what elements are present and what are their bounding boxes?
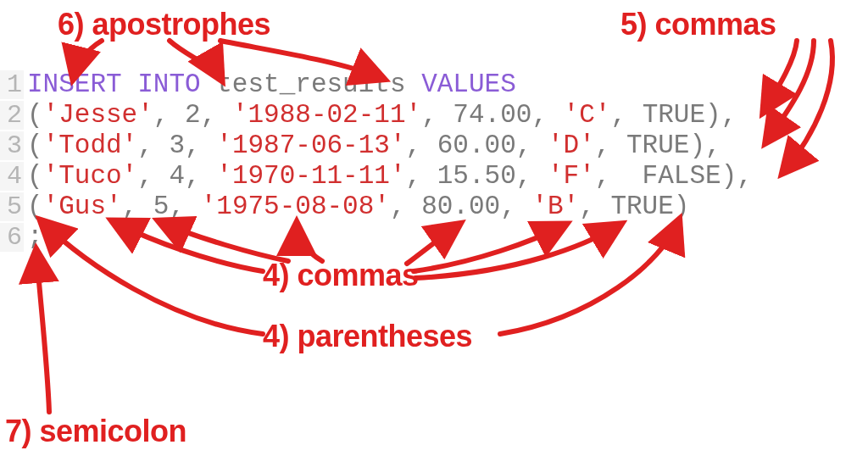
line-number: 1: [0, 70, 24, 99]
keyword-insert: INSERT: [27, 70, 122, 99]
string-grade: 'B': [531, 192, 579, 221]
number: 2: [185, 100, 201, 130]
number: 4: [169, 161, 185, 191]
string-date: '1970-11-11': [216, 161, 405, 191]
number: 60.00: [437, 131, 516, 160]
trailing-comma: ,: [705, 131, 721, 160]
line-number: 6: [0, 223, 24, 252]
code-block: 1 INSERT INTO test_results VALUES 2 ( 'J…: [0, 70, 868, 253]
open-paren: (: [27, 161, 43, 191]
line-number: 5: [0, 192, 24, 221]
identifier: test_results: [216, 70, 405, 99]
keyword-values: VALUES: [421, 70, 516, 99]
trailing-comma: ,: [737, 161, 753, 191]
line-number: 4: [0, 162, 24, 191]
string-date: '1975-08-08': [201, 192, 390, 221]
line-number: 3: [0, 131, 24, 160]
string-name: 'Todd': [43, 131, 138, 160]
trailing-comma: ,: [721, 100, 737, 130]
code-line-3: 3 ( 'Todd' , 3 , '1987-06-13' , 60.00 , …: [0, 131, 868, 161]
code-line-2: 2 ( 'Jesse' , 2 , '1988-02-11' , 74.00 ,…: [0, 100, 868, 131]
line-number: 2: [0, 101, 24, 130]
number: 5: [153, 192, 170, 221]
annotation-apostrophes: 6) apostrophes: [58, 7, 270, 42]
bool: TRUE: [626, 131, 689, 160]
number: 3: [169, 131, 185, 160]
code-line-6: 6 ;: [0, 222, 868, 253]
close-paren: ): [689, 131, 705, 160]
keyword-into: INTO: [137, 70, 200, 99]
annotation-semicolon: 7) semicolon: [5, 414, 186, 449]
string-name: 'Tuco': [43, 161, 138, 191]
string-grade: 'F': [548, 161, 595, 191]
close-paren: ): [674, 192, 690, 221]
code-line-1: 1 INSERT INTO test_results VALUES: [0, 70, 868, 100]
open-paren: (: [27, 131, 43, 160]
bool: TRUE: [643, 100, 705, 130]
number: 74.00: [453, 100, 531, 130]
string-name: 'Gus': [43, 192, 122, 221]
annotation-parentheses: 4) parentheses: [263, 319, 472, 354]
number: 80.00: [421, 192, 500, 221]
bool: FALSE: [643, 161, 721, 191]
number: 15.50: [437, 161, 516, 191]
bool: TRUE: [610, 192, 673, 221]
string-grade: 'C': [564, 100, 611, 130]
string-grade: 'D': [548, 131, 595, 160]
code-line-4: 4 ( 'Tuco' , 4 , '1970-11-11' , 15.50 , …: [0, 161, 868, 192]
annotation-commas-mid: 4) commas: [263, 258, 419, 293]
close-paren: ): [721, 161, 737, 191]
string-date: '1987-06-13': [216, 131, 405, 160]
open-paren: (: [27, 100, 43, 130]
code-line-5: 5 ( 'Gus' , 5 , '1975-08-08' , 80.00 , '…: [0, 192, 868, 222]
string-date: '1988-02-11': [232, 100, 421, 130]
semicolon-terminator: ;: [27, 222, 43, 252]
open-paren: (: [27, 192, 43, 221]
string-name: 'Jesse': [43, 100, 153, 130]
close-paren: ): [705, 100, 721, 130]
annotation-commas-top: 5) commas: [620, 7, 776, 42]
